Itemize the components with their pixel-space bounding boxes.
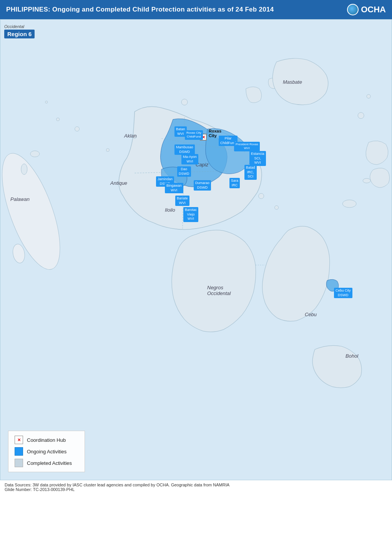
palawan-label: Palawan	[10, 196, 30, 202]
cebu-city-label: Cebu CityDSWD	[334, 288, 352, 298]
aklan-label: Aklan	[124, 133, 137, 139]
estancia-label: EstanciaSCI,WVI	[249, 151, 266, 166]
masbate-label: Masbate	[283, 79, 302, 85]
legend-completed-item: Completed Activities	[15, 459, 78, 467]
map-svg	[0, 20, 392, 480]
map-container: Occidental Region 6 Masbate Aklan Antiqu…	[0, 19, 392, 480]
ma-ayon-label: Ma-AyonWVI	[181, 154, 198, 164]
dumarao-label: DumaraoDSWD	[194, 180, 211, 191]
negros-occ-label: NegrosOccidental	[207, 285, 231, 296]
legend-hub-item: ✕ Coordination Hub	[15, 436, 78, 444]
ocha-text: OCHA	[361, 5, 386, 15]
svg-point-7	[56, 118, 60, 121]
ongoing-legend-label: Ongoing Activities	[27, 449, 66, 454]
ocha-logo: OCHA	[347, 4, 386, 15]
globe-icon	[347, 4, 359, 15]
footer-line2: Glide Number: TC-2013-000139-PHL	[5, 487, 387, 492]
svg-point-10	[275, 206, 279, 209]
svg-point-11	[358, 113, 364, 119]
hub-swatch: ✕	[15, 436, 23, 444]
page-header: PHILIPPINES: Ongoing and Completed Child…	[0, 0, 392, 19]
antique-label: Antique	[110, 180, 127, 186]
svg-point-14	[363, 178, 370, 183]
sara-label: SaraIRC	[229, 178, 240, 188]
footer-line1: Data Sources: 3W data provided by IASC c…	[5, 483, 387, 487]
svg-point-5	[106, 149, 109, 152]
svg-point-3	[181, 99, 188, 105]
legend: ✕ Coordination Hub Ongoing Activities Co…	[8, 431, 85, 472]
bohol-label: Bohol	[345, 353, 358, 359]
region-label: Region 6	[4, 30, 35, 38]
page-title: PHILIPPINES: Ongoing and Completed Child…	[6, 6, 274, 13]
svg-point-15	[30, 151, 40, 157]
president-roxas-label: President RoxasWVI	[234, 142, 260, 151]
iloilo-label: Iloilo	[165, 207, 175, 213]
mambusao-label: MambusaoDSWD	[174, 144, 195, 155]
ongoing-swatch	[15, 447, 23, 456]
svg-point-8	[45, 101, 48, 103]
hub-legend-label: Coordination Hub	[27, 437, 66, 443]
bariate-label: BariateWVI	[175, 196, 189, 206]
svg-point-6	[75, 127, 80, 131]
legend-ongoing-item: Ongoing Activities	[15, 447, 78, 456]
barotac-viejo-label: BarotacViejoWVI	[183, 207, 198, 222]
cebu-label: Cebu	[305, 312, 317, 317]
dao-label: DaoDSWD	[177, 166, 191, 177]
svg-point-13	[342, 200, 356, 207]
roxas-city-childfund-label: Roxas CityChildFund	[185, 130, 203, 140]
page-footer: Data Sources: 3W data provided by IASC c…	[0, 480, 392, 494]
svg-point-9	[259, 193, 264, 199]
completed-legend-label: Completed Activities	[27, 460, 72, 466]
occidental-italic: Occidental	[4, 24, 35, 29]
batad-label: BatadIRC,SCI	[244, 165, 257, 180]
completed-swatch	[15, 459, 23, 467]
svg-point-12	[367, 95, 370, 98]
bingawan-label: BingawanWVI	[165, 183, 183, 193]
svg-point-16	[21, 164, 27, 174]
